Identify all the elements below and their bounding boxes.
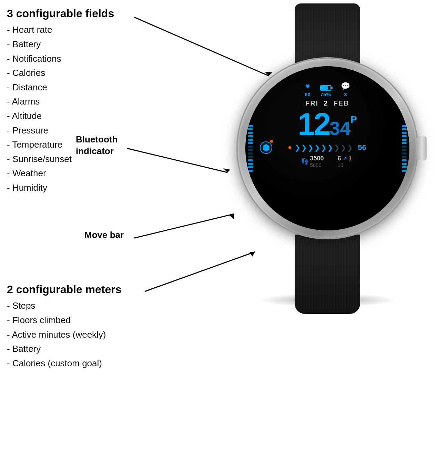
date-num: 2 (324, 99, 328, 107)
steps-current: 3500 (310, 155, 324, 162)
section1-title: 3 configurable fields (7, 7, 152, 20)
list-item: - Calories (7, 66, 152, 80)
list-item: - Altitude (7, 109, 152, 123)
configurable-fields-list: - Heart rate - Battery - Notifications -… (7, 23, 152, 195)
ampm-indicator: P (350, 114, 357, 125)
steps-group: 👣 3500 5000 (301, 155, 324, 168)
steps-goal: 5000 (310, 162, 324, 168)
battery-value: 75% (320, 91, 331, 97)
move-arrow-empty-icon: ❯ (347, 143, 353, 152)
battery-group: 75% (320, 85, 331, 97)
heart-rate-group: ♥ 60 (305, 82, 310, 97)
move-bar-dot (288, 146, 291, 149)
seconds-value: 56 (358, 143, 366, 152)
face-content: ♥ 60 75% 💬 3 FRI (245, 66, 409, 230)
move-arrow-icon: ❯ (295, 143, 301, 152)
move-arrow-icon: ❯ (327, 143, 333, 152)
strap-bottom (295, 235, 360, 314)
floors-group: 6 ↗🚶 10 (338, 155, 354, 168)
heart-icon: ♥ (305, 82, 310, 91)
move-arrow-empty-icon: ❯ (340, 143, 346, 152)
notifications-group: 💬 3 (341, 82, 350, 97)
move-arrow-icon: ❯ (301, 143, 307, 152)
date-row: FRI 2 FEB (305, 99, 349, 107)
left-panel: 3 configurable fields - Heart rate - Bat… (7, 7, 152, 202)
move-arrow-icon: ❯ (321, 143, 327, 152)
list-item: - Weather (7, 166, 152, 181)
list-item: - Battery (7, 342, 122, 356)
list-item: - Humidity (7, 181, 152, 195)
move-arrow-icon: ❯ (314, 143, 320, 152)
movebar-label: Move bar (84, 229, 124, 241)
watch-face: ⬢ ♥ 60 75% (245, 66, 409, 230)
top-icons-row: ♥ 60 75% 💬 3 (305, 82, 350, 97)
battery-fill (321, 86, 328, 90)
list-item: - Heart rate (7, 23, 152, 37)
time-row: 12 34 P (298, 109, 357, 140)
date-day: FRI (305, 99, 318, 107)
battery-icon (320, 85, 331, 91)
list-item: - Calories (custom goal) (7, 356, 122, 371)
configurable-meters-list: - Steps - Floors climbed - Active minute… (7, 299, 122, 370)
move-bar: ❯ ❯ ❯ ❯ ❯ ❯ ❯ ❯ ❯ 56 (288, 143, 366, 152)
move-arrow-icon: ❯ (308, 143, 314, 152)
crown-button[interactable] (417, 136, 427, 160)
time-hours: 12 (298, 109, 329, 140)
list-item: - Notifications (7, 52, 152, 66)
list-item: - Distance (7, 80, 152, 95)
list-item: - Floors climbed (7, 313, 122, 328)
chat-bubble-icon: 💬 (341, 82, 350, 91)
floors-goal: 10 (338, 162, 354, 168)
move-arrows: ❯ ❯ ❯ ❯ ❯ ❯ ❯ ❯ ❯ (295, 143, 353, 152)
footstep-icon: 👣 (301, 158, 308, 165)
floors-current: 6 (338, 155, 341, 162)
bluetooth-label: Bluetooth indicator (76, 134, 118, 157)
list-item: - Alarms (7, 95, 152, 109)
notifications-value: 3 (344, 91, 347, 97)
time-minutes: 34 (329, 119, 350, 138)
watch-container: ⬢ ♥ 60 75% (217, 3, 438, 314)
stairs-icon: ↗🚶 (343, 155, 354, 162)
heart-rate-value: 60 (305, 91, 310, 97)
list-item: - Battery (7, 37, 152, 52)
section2-title: 2 configurable meters (7, 283, 122, 296)
section2-panel: 2 configurable meters - Steps - Floors c… (7, 283, 122, 377)
watch-body: ⬢ ♥ 60 75% (238, 59, 417, 238)
move-arrow-empty-icon: ❯ (334, 143, 340, 152)
list-item: - Steps (7, 299, 122, 313)
date-month: FEB (334, 99, 349, 107)
bottom-info-row: 👣 3500 5000 6 ↗🚶 (301, 155, 354, 168)
list-item: - Active minutes (weekly) (7, 328, 122, 342)
